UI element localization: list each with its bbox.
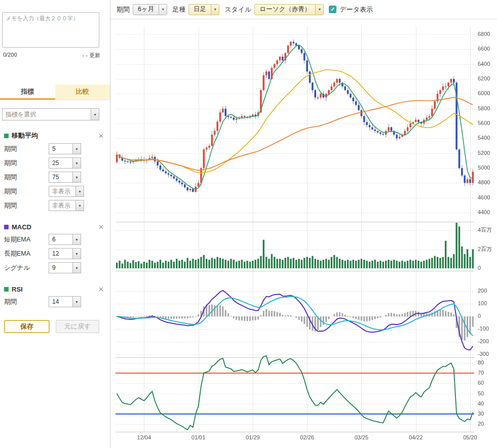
ma-period-2-row: 期間 25 ▼ (0, 156, 110, 170)
ma-period-5-select[interactable]: 非表示 ▼ (49, 200, 84, 211)
memo-counter: 0/200 (3, 52, 17, 59)
chevron-down-icon: ▼ (159, 5, 167, 15)
rsi-section-title: RSI (12, 286, 97, 293)
rsi-color-swatch (4, 287, 9, 292)
reset-button[interactable]: 元に戻す (56, 320, 99, 333)
ma-period-1-select[interactable]: 5 ▼ (49, 143, 81, 154)
rsi-period-row: 期間 14 ▼ (0, 295, 110, 309)
select-value: 25 (49, 159, 59, 167)
macd-short-ema-row: 短期EMA 6 ▼ (0, 232, 110, 247)
row-label: 期間 (4, 298, 49, 306)
chevron-down-icon: ▼ (72, 263, 81, 273)
sidebar-tabs: 指標 比較 (0, 85, 110, 100)
check-icon: ✓ (330, 7, 335, 12)
chart-toolbar: 期間 6ヶ月 ▼ 足種 日足 ▼ スタイル ローソク（赤青） ▼ (110, 0, 497, 19)
memo-box: 0/200 - - 更新 (2, 12, 107, 59)
memo-update-label[interactable]: - - 更新 (83, 52, 100, 59)
rsi-close-icon[interactable]: ✕ (97, 286, 105, 293)
select-value: 非表示 (49, 187, 70, 196)
ma-period-2-select[interactable]: 25 ▼ (49, 157, 81, 169)
indicator-select-value: 指標を選択 (3, 110, 36, 119)
bar-type-label: 足種 (172, 5, 185, 14)
ma-color-swatch (4, 134, 9, 138)
macd-signal-row: シグナル 9 ▼ (0, 261, 110, 275)
macd-color-swatch (4, 225, 9, 229)
macd-short-ema-select[interactable]: 6 ▼ (49, 234, 81, 245)
row-label: 長期EMA (4, 250, 49, 258)
macd-signal-select[interactable]: 9 ▼ (49, 262, 81, 273)
ma-period-4-row: 期間 非表示 ▼ (0, 184, 110, 198)
macd-long-ema-select[interactable]: 12 ▼ (49, 248, 81, 259)
row-label: 期間 (4, 201, 49, 210)
chevron-down-icon: ▼ (75, 200, 84, 211)
select-value: 非表示 (49, 201, 70, 210)
chevron-down-icon: ▼ (72, 172, 81, 182)
row-label: 期間 (4, 187, 49, 196)
period-label: 期間 (117, 5, 130, 14)
sidebar-buttons: 保存 元に戻す (4, 320, 106, 333)
row-label: シグナル (4, 264, 49, 272)
rsi-period-select[interactable]: 14 ▼ (49, 296, 81, 307)
period-dropdown[interactable]: 6ヶ月 ▼ (133, 4, 167, 15)
select-value: 5 (49, 145, 56, 152)
chevron-down-icon: ▼ (72, 144, 81, 154)
chevron-down-icon: ▼ (315, 5, 323, 15)
bar-type-value: 日足 (189, 5, 211, 15)
style-label: スタイル (224, 5, 251, 14)
chevron-down-icon: ▼ (72, 249, 81, 259)
chart-panel (110, 19, 497, 448)
select-value: 9 (49, 264, 56, 271)
select-value: 75 (49, 174, 59, 181)
chart-canvas[interactable] (110, 19, 497, 448)
chevron-down-icon: ▼ (75, 186, 84, 196)
ma-period-4-select[interactable]: 非表示 ▼ (49, 186, 84, 197)
select-value: 6 (49, 236, 56, 243)
row-label: 期間 (4, 145, 49, 153)
bar-type-dropdown[interactable]: 日足 ▼ (188, 4, 219, 15)
ma-period-1-row: 期間 5 ▼ (0, 142, 110, 156)
memo-input[interactable] (2, 12, 99, 48)
period-value: 6ヶ月 (133, 5, 159, 15)
save-button[interactable]: 保存 (4, 320, 50, 333)
data-display-label: データ表示 (339, 5, 373, 14)
ma-period-5-row: 期間 非表示 ▼ (0, 198, 110, 213)
tab-compare[interactable]: 比較 (55, 85, 110, 100)
sidebar: 0/200 - - 更新 指標 比較 指標を選択 ▼ 移動平均 ✕ 期間 5 ▼ (0, 0, 110, 448)
indicator-section-rsi: RSI ✕ 期間 14 ▼ (0, 284, 110, 309)
macd-long-ema-row: 長期EMA 12 ▼ (0, 247, 110, 261)
select-value: 12 (49, 250, 59, 257)
chevron-down-icon: ▼ (72, 297, 81, 307)
macd-close-icon[interactable]: ✕ (97, 223, 105, 231)
row-label: 短期EMA (4, 235, 49, 244)
macd-section-title: MACD (12, 223, 97, 231)
row-label: 期間 (4, 159, 49, 168)
chevron-down-icon: ▼ (72, 234, 81, 245)
select-value: 14 (49, 298, 59, 305)
ma-period-3-select[interactable]: 75 ▼ (49, 172, 81, 183)
indicator-section-ma: 移動平均 ✕ 期間 5 ▼ 期間 25 ▼ 期間 75 (0, 130, 110, 213)
chevron-down-icon: ▼ (72, 158, 81, 168)
data-display-checkbox[interactable]: ✓ (329, 6, 336, 13)
tab-indicators[interactable]: 指標 (0, 85, 55, 100)
indicator-select[interactable]: 指標を選択 ▼ (2, 108, 99, 120)
chevron-down-icon: ▼ (211, 5, 219, 15)
ma-section-title: 移動平均 (12, 131, 97, 140)
stock-chart-app: 0/200 - - 更新 指標 比較 指標を選択 ▼ 移動平均 ✕ 期間 5 ▼ (0, 0, 497, 448)
style-dropdown[interactable]: ローソク（赤青） ▼ (254, 4, 324, 15)
chevron-down-icon: ▼ (91, 109, 99, 120)
ma-period-3-row: 期間 75 ▼ (0, 170, 110, 184)
indicator-section-macd: MACD ✕ 短期EMA 6 ▼ 長期EMA 12 ▼ シグナル (0, 222, 110, 275)
style-value: ローソク（赤青） (255, 5, 315, 15)
chart-area: 期間 6ヶ月 ▼ 足種 日足 ▼ スタイル ローソク（赤青） ▼ (110, 0, 497, 448)
row-label: 期間 (4, 173, 49, 182)
ma-close-icon[interactable]: ✕ (97, 132, 105, 140)
